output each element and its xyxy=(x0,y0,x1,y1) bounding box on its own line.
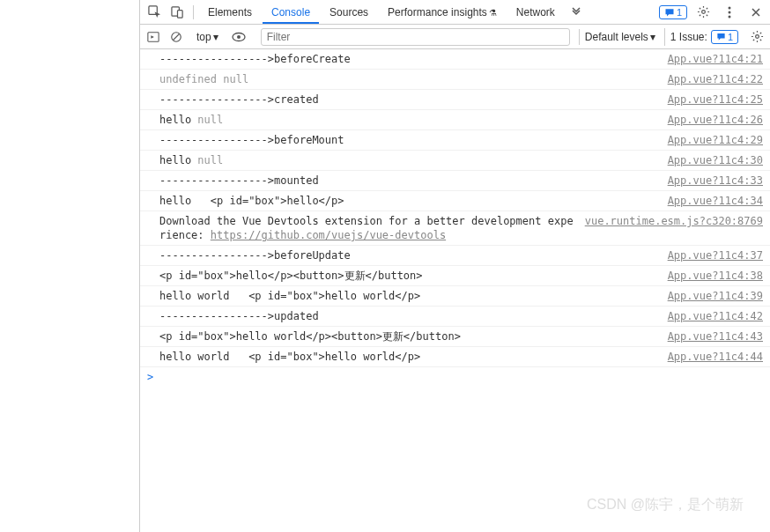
separator xyxy=(193,5,194,19)
messages-badge[interactable]: 1 xyxy=(659,5,687,19)
console-prompt[interactable]: > xyxy=(140,367,770,387)
sidebar-toggle-icon[interactable] xyxy=(144,27,163,47)
console-row: ----------------->beforeUpdateApp.vue?11… xyxy=(140,246,770,266)
issues-badge: 1 xyxy=(711,30,738,44)
log-message: hello null xyxy=(159,113,659,127)
devtools-panel: Elements Console Sources Performance ins… xyxy=(139,0,770,532)
chat-icon xyxy=(716,32,726,41)
console-row: ----------------->beforeMountApp.vue?11c… xyxy=(140,130,770,151)
source-link[interactable]: App.vue?11c4:42 xyxy=(668,309,763,323)
tab-sources[interactable]: Sources xyxy=(321,1,377,24)
log-message: Download the Vue Devtools extension for … xyxy=(159,214,576,242)
svg-point-6 xyxy=(729,15,731,18)
svg-point-4 xyxy=(729,6,731,9)
inspect-icon[interactable] xyxy=(144,2,165,23)
svg-point-5 xyxy=(729,11,731,13)
clear-console-icon[interactable] xyxy=(167,27,186,47)
tab-performance-insights[interactable]: Performance insights⚗ xyxy=(379,1,506,24)
tab-console[interactable]: Console xyxy=(263,1,319,24)
log-message: ----------------->beforeMount xyxy=(159,133,659,147)
more-tabs-icon[interactable] xyxy=(566,2,587,23)
issues-label: 1 Issue: xyxy=(670,31,707,43)
beaker-icon: ⚗ xyxy=(489,8,497,18)
svg-point-10 xyxy=(237,35,241,39)
log-message: <p id="box">hello world</p><button>更新</b… xyxy=(159,329,659,344)
source-link[interactable]: App.vue?11c4:37 xyxy=(668,248,763,262)
log-message: ----------------->updated xyxy=(159,309,659,323)
console-row: <p id="box">hello world</p><button>更新</b… xyxy=(140,327,770,347)
console-row: ----------------->beforeCreateApp.vue?11… xyxy=(140,49,770,70)
source-link[interactable]: App.vue?11c4:25 xyxy=(668,92,763,107)
log-message: ----------------->beforeCreate xyxy=(159,52,659,66)
log-message: ----------------->created xyxy=(159,92,659,107)
source-link[interactable]: App.vue?11c4:38 xyxy=(668,269,763,283)
svg-rect-2 xyxy=(177,11,182,18)
svg-point-3 xyxy=(701,11,705,14)
device-toggle-icon[interactable] xyxy=(167,2,188,23)
chevron-down-icon: ▾ xyxy=(650,31,655,43)
console-row: hello <p id="box">hello</p>App.vue?11c4:… xyxy=(140,191,770,211)
source-link[interactable]: App.vue?11c4:22 xyxy=(668,72,763,86)
issues-count: 1 xyxy=(728,32,733,42)
kebab-icon[interactable] xyxy=(719,2,740,23)
console-row: ----------------->mountedApp.vue?11c4:33 xyxy=(140,171,770,191)
source-link[interactable]: App.vue?11c4:44 xyxy=(668,350,763,364)
devtools-tabbar: Elements Console Sources Performance ins… xyxy=(140,0,770,25)
issues-button[interactable]: 1 Issue: 1 xyxy=(664,28,744,46)
close-icon[interactable] xyxy=(745,2,766,23)
console-row: hello world <p id="box">hello world</p>A… xyxy=(140,347,770,367)
chevron-down-icon: ▾ xyxy=(213,31,218,43)
log-message: hello <p id="box">hello</p> xyxy=(159,194,659,208)
console-row: ----------------->updatedApp.vue?11c4:42 xyxy=(140,307,770,327)
levels-label: Default levels xyxy=(585,31,648,43)
source-link[interactable]: App.vue?11c4:30 xyxy=(668,153,763,167)
tabbar-right: 1 xyxy=(659,2,766,23)
console-row: <p id="box">hello</p><button>更新</button>… xyxy=(140,266,770,286)
chat-icon xyxy=(664,7,675,18)
log-message: hello null xyxy=(159,153,659,167)
log-message: undefined null xyxy=(159,72,659,86)
tab-elements[interactable]: Elements xyxy=(199,1,261,24)
log-message: hello world <p id="box">hello world</p> xyxy=(159,350,659,364)
console-toolbar: top ▾ Default levels ▾ 1 Issue: 1 xyxy=(140,25,770,49)
source-link[interactable]: App.vue?11c4:39 xyxy=(668,289,763,303)
source-link[interactable]: App.vue?11c4:33 xyxy=(668,174,763,188)
log-message: ----------------->beforeUpdate xyxy=(159,248,659,262)
source-link[interactable]: App.vue?11c4:21 xyxy=(668,52,763,66)
log-message: <p id="box">hello</p><button>更新</button> xyxy=(159,269,659,283)
tab-network[interactable]: Network xyxy=(507,1,564,24)
console-row: ----------------->createdApp.vue?11c4:25 xyxy=(140,90,770,110)
console-row: hello nullApp.vue?11c4:30 xyxy=(140,151,770,171)
source-link[interactable]: App.vue?11c4:43 xyxy=(668,329,763,344)
log-message: hello world <p id="box">hello world</p> xyxy=(159,289,659,303)
source-link[interactable]: App.vue?11c4:26 xyxy=(668,113,763,127)
svg-point-11 xyxy=(755,35,759,39)
source-link[interactable]: App.vue?11c4:29 xyxy=(668,133,763,147)
context-label: top xyxy=(196,31,211,43)
filter-input[interactable] xyxy=(261,28,570,46)
live-expression-icon[interactable] xyxy=(229,27,248,47)
console-row: hello nullApp.vue?11c4:26 xyxy=(140,110,770,130)
source-link[interactable]: vue.runtime.esm.js?c320:8769 xyxy=(585,214,763,242)
log-levels-selector[interactable]: Default levels ▾ xyxy=(579,29,661,45)
settings-icon[interactable] xyxy=(692,2,714,23)
console-row: Download the Vue Devtools extension for … xyxy=(140,211,770,246)
console-row: hello world <p id="box">hello world</p>A… xyxy=(140,286,770,307)
messages-count: 1 xyxy=(677,7,682,18)
console-row: undefined nullApp.vue?11c4:22 xyxy=(140,70,770,90)
context-selector[interactable]: top ▾ xyxy=(193,29,222,45)
console-body[interactable]: ----------------->beforeCreateApp.vue?11… xyxy=(140,49,770,532)
source-link[interactable]: App.vue?11c4:34 xyxy=(668,194,763,208)
console-settings-icon[interactable] xyxy=(747,27,766,47)
log-message: ----------------->mounted xyxy=(159,174,659,188)
